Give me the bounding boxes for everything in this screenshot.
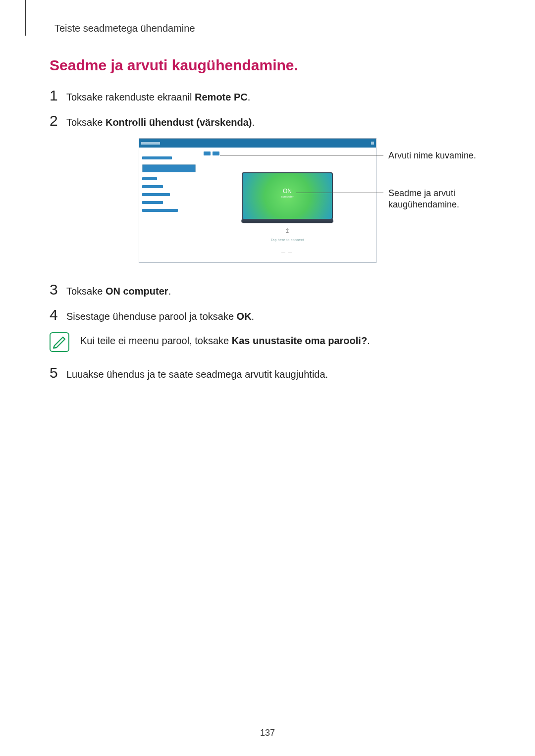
text: . xyxy=(252,311,255,322)
text: Toksake rakenduste ekraanil xyxy=(66,92,195,102)
text: Toksake xyxy=(66,117,106,128)
tap-hint: ↥ Tap here to connect xyxy=(204,227,371,243)
bold: ON computer xyxy=(106,286,168,297)
step-text: Luuakse ühendus ja te saate seadmega arv… xyxy=(66,365,328,381)
page: Teiste seadmetega ühendamine Seadme ja a… xyxy=(0,0,535,381)
titlebar-title-placeholder xyxy=(141,142,160,145)
text: . xyxy=(248,92,251,102)
on-button-label: ON computer xyxy=(281,189,293,199)
sidebar-item xyxy=(142,209,178,212)
on-text: ON xyxy=(283,188,292,195)
callout-leader xyxy=(220,155,383,155)
bold: OK xyxy=(237,311,252,322)
window-sidebar xyxy=(139,148,199,262)
sidebar-item xyxy=(142,201,163,204)
text: Toksake xyxy=(66,286,106,297)
note: Kui teile ei meenu parool, toksake Kas u… xyxy=(50,332,485,352)
step-number: 2 xyxy=(50,113,66,128)
step-text: Sisestage ühenduse parool ja toksake OK. xyxy=(66,307,254,323)
text: Kui teile ei meenu parool, toksake xyxy=(80,335,232,346)
bold: Remote PC xyxy=(195,92,248,102)
step-5: 5 Luuakse ühendus ja te saate seadmega a… xyxy=(50,365,485,381)
step-4: 4 Sisestage ühenduse parool ja toksake O… xyxy=(50,307,485,323)
titlebar-control-placeholder xyxy=(371,142,374,145)
note-text: Kui teile ei meenu parool, toksake Kas u… xyxy=(80,332,370,347)
illustration: ON computer ↥ Tap here to connect — — Ar xyxy=(139,138,495,267)
text: . xyxy=(252,117,255,128)
step-text: Toksake Kontrolli ühendust (värskenda). xyxy=(66,113,255,129)
laptop-base xyxy=(240,219,334,223)
sidebar-item xyxy=(142,193,170,196)
pc-name-chip xyxy=(213,151,219,155)
callout-remote-connect: Seadme ja arvuti kaugühendamine. xyxy=(388,188,487,210)
note-icon xyxy=(50,332,69,352)
pager-dots: — — xyxy=(204,250,371,254)
sidebar-item xyxy=(142,185,163,188)
window-titlebar xyxy=(139,139,376,148)
laptop-screen: ON computer xyxy=(242,172,333,220)
text: Sisestage ühenduse parool ja toksake xyxy=(66,311,237,322)
step-1: 1 Toksake rakenduste ekraanil Remote PC. xyxy=(50,88,485,104)
step-text: Toksake rakenduste ekraanil Remote PC. xyxy=(66,88,250,104)
step-text: Toksake ON computer. xyxy=(66,282,171,298)
up-arrow-icon: ↥ xyxy=(204,227,371,234)
running-head: Teiste seadmetega ühendamine xyxy=(54,23,485,34)
page-number: 137 xyxy=(0,728,535,738)
laptop-graphic: ON computer xyxy=(242,172,333,224)
step-number: 5 xyxy=(50,365,66,380)
step-number: 1 xyxy=(50,88,66,103)
sidebar-item xyxy=(142,177,157,180)
window-body: ON computer ↥ Tap here to connect — — xyxy=(139,148,376,262)
sidebar-item xyxy=(142,156,172,159)
step-number: 4 xyxy=(50,307,66,322)
pc-name-chip xyxy=(204,151,211,155)
tap-hint-text: Tap here to connect xyxy=(270,238,304,242)
window-main: ON computer ↥ Tap here to connect — — xyxy=(199,148,376,262)
step-3: 3 Toksake ON computer. xyxy=(50,282,485,298)
callout-pc-name: Arvuti nime kuvamine. xyxy=(388,150,487,161)
text: . xyxy=(367,335,370,346)
bold: Kas unustasite oma parooli? xyxy=(232,335,367,346)
section-title: Seadme ja arvuti kaugühendamine. xyxy=(50,57,485,74)
step-number: 3 xyxy=(50,282,66,297)
callout-leader xyxy=(296,193,383,193)
step-2: 2 Toksake Kontrolli ühendust (värskenda)… xyxy=(50,113,485,129)
text: . xyxy=(168,286,171,297)
on-sub: computer xyxy=(281,195,293,199)
remote-pc-window: ON computer ↥ Tap here to connect — — xyxy=(139,138,376,263)
bold: Kontrolli ühendust (värskenda) xyxy=(106,117,252,128)
sidebar-item-selected xyxy=(142,164,196,172)
